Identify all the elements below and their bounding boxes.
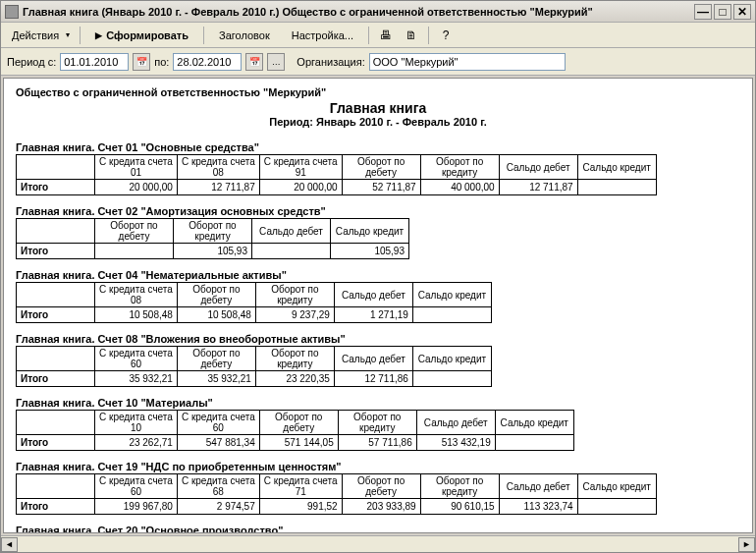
date-to-input[interactable] [173,53,242,71]
cell-value: 10 508,48 [177,307,255,323]
credit-col-header: С кредита счета60 [177,411,259,435]
scroll-track[interactable] [18,537,738,552]
form-button-label: Сформировать [106,29,189,41]
period-chooser-button[interactable]: … [267,53,285,71]
cell-value: 23 220,35 [255,371,334,387]
col-header: Оборот подебету [342,474,420,499]
cell-value: 23 262,71 [95,435,178,451]
cell-value: 1 271,19 [334,307,412,323]
toolbar: Действия Сформировать Заголовок Настройк… [1,23,755,48]
report-table: Оборот подебетуОборот покредитуСальдо де… [16,218,409,259]
titlebar: Главная книга (Январь 2010 г. - Февраль … [1,1,755,23]
date-from-input[interactable] [60,53,129,71]
actions-dropdown[interactable]: Действия [5,27,74,44]
scroll-right-icon[interactable]: ► [738,537,755,552]
col-header: Сальдо дебет [252,219,331,244]
form-button[interactable]: Сформировать [86,27,197,44]
row-label: Итого [17,180,95,195]
col-header: Сальдо дебет [334,283,412,307]
empty-header [17,219,95,244]
col-header: Оборот покредиту [255,283,334,307]
date-from-picker-icon[interactable]: 📅 [133,53,150,71]
col-header: Сальдо кредит [412,283,491,307]
col-header: Сальдо кредит [577,155,656,180]
col-header: Сальдо кредит [495,411,573,435]
org-input[interactable] [369,53,566,71]
cell-value: 40 000,00 [420,180,499,195]
help-icon[interactable]: ? [435,26,457,45]
report-table: С кредита счета10С кредита счета60Оборот… [16,410,574,451]
section-title: Главная книга. Счет 04 "Нематериальные а… [16,269,740,281]
cell-value: 113 323,74 [499,499,577,515]
minimize-button[interactable]: — [694,4,712,20]
report-table: С кредита счета08Оборот подебетуОборот п… [16,282,492,323]
org-label: Организация: [297,56,364,68]
cell-value: 10 508,48 [95,307,178,323]
col-header: Сальдо дебет [416,411,495,435]
col-header: Сальдо кредит [331,219,409,244]
cell-value: 20 000,00 [259,180,342,195]
section-title: Главная книга. Счет 08 "Вложения во внео… [16,333,740,345]
cell-value: 547 881,34 [177,435,259,451]
section-title: Главная книга. Счет 10 "Материалы" [16,397,740,409]
empty-header [17,347,95,371]
print-icon[interactable]: 🖶 [375,26,397,45]
setup-button[interactable]: Настройка... [283,27,362,44]
cell-value: 52 711,87 [342,180,420,195]
section-title: Главная книга. Счет 20 "Основное произво… [16,525,740,533]
export-icon[interactable]: 🗎 [401,26,422,45]
col-header: Оборот подебету [342,155,420,180]
horizontal-scrollbar[interactable]: ◄ ► [1,535,755,552]
col-header: Сальдо дебет [499,155,577,180]
cell-value [577,180,656,195]
header-button[interactable]: Заголовок [210,27,279,44]
col-header: Оборот подебету [95,219,174,244]
credit-col-header: С кредита счета01 [95,155,178,180]
cell-value [252,244,331,259]
empty-header [17,155,95,180]
credit-col-header: С кредита счета71 [259,474,342,499]
report-title: Главная книга [16,100,740,116]
col-header: Оборот покредиту [255,347,334,371]
cell-value [577,499,656,515]
credit-col-header: С кредита счета60 [95,474,178,499]
cell-value [412,371,491,387]
col-header: Оборот покредиту [420,474,499,499]
col-header: Оборот покредиту [338,411,416,435]
credit-col-header: С кредита счета10 [95,411,178,435]
credit-col-header: С кредита счета91 [259,155,342,180]
col-header: Сальдо дебет [499,474,577,499]
maximize-button[interactable]: □ [714,4,731,20]
close-button[interactable]: ✕ [733,4,751,20]
cell-value: 105,93 [174,244,252,259]
empty-header [17,283,95,307]
cell-value: 513 432,19 [416,435,495,451]
date-to-picker-icon[interactable]: 📅 [245,53,263,71]
cell-value: 20 000,00 [95,180,178,195]
section-title: Главная книга. Счет 01 "Основные средств… [16,141,740,153]
cell-value: 35 932,21 [177,371,255,387]
period-label: Период с: [7,56,56,68]
section-title: Главная книга. Счет 02 "Амортизация осно… [16,205,740,217]
app-icon [5,5,19,19]
col-header: Оборот подебету [177,347,255,371]
cell-value: 203 933,89 [342,499,420,515]
param-bar: Период с: 📅 по: 📅 … Организация: [1,48,755,76]
credit-col-header: С кредита счета68 [177,474,259,499]
col-header: Оборот покредиту [420,155,499,180]
company-name: Общество с ограниченной ответственностью… [16,86,740,98]
credit-col-header: С кредита счета08 [177,155,259,180]
cell-value: 9 237,29 [255,307,334,323]
row-label: Итого [17,499,95,515]
report-viewport[interactable]: Общество с ограниченной ответственностью… [3,78,753,533]
report-table: С кредита счета60С кредита счета68С кред… [16,473,657,515]
credit-col-header: С кредита счета60 [95,347,178,371]
to-label: по: [154,56,169,68]
report-table: С кредита счета01С кредита счета08С кред… [16,154,657,195]
scroll-left-icon[interactable]: ◄ [1,537,18,552]
cell-value: 90 610,15 [420,499,499,515]
col-header: Сальдо кредит [577,474,656,499]
cell-value: 57 711,86 [338,435,416,451]
cell-value: 12 711,86 [334,371,412,387]
cell-value [495,435,573,451]
